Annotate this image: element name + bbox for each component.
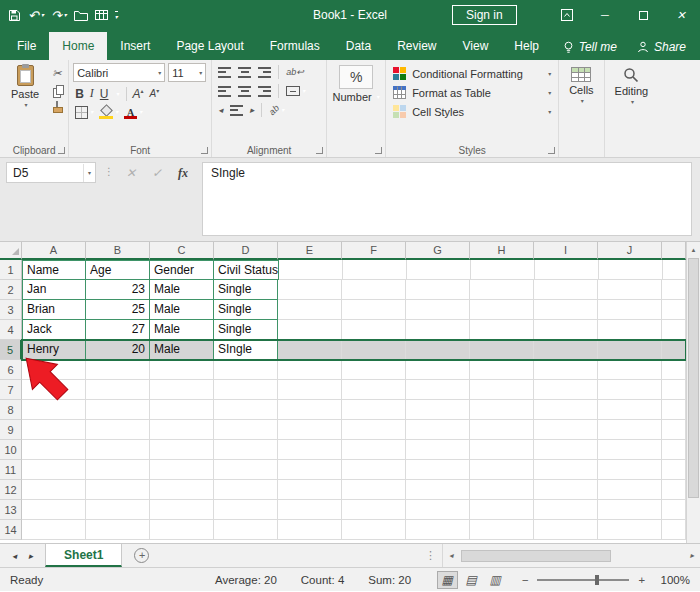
- cell-G5[interactable]: [406, 340, 470, 360]
- cell-B8[interactable]: [86, 400, 150, 420]
- cell-J5[interactable]: [598, 340, 662, 360]
- tab-page-layout[interactable]: Page Layout: [163, 32, 256, 60]
- open-button[interactable]: [74, 10, 88, 21]
- drag-handle-icon[interactable]: ⋮: [102, 162, 118, 177]
- cell-H1[interactable]: [471, 260, 535, 280]
- cell-I14[interactable]: [534, 520, 598, 540]
- cell-G12[interactable]: [406, 480, 470, 500]
- cell-F6[interactable]: [342, 360, 406, 380]
- cell-C7[interactable]: [150, 380, 214, 400]
- cell-H11[interactable]: [470, 460, 534, 480]
- cell-A14[interactable]: [22, 520, 86, 540]
- cell-B3[interactable]: 25: [86, 300, 150, 320]
- bold-button[interactable]: B: [75, 87, 84, 101]
- cell-B6[interactable]: [86, 360, 150, 380]
- cell-E6[interactable]: [278, 360, 342, 380]
- cell-E8[interactable]: [278, 400, 342, 420]
- align-top-button[interactable]: [218, 67, 231, 78]
- tab-file[interactable]: File: [4, 32, 49, 60]
- cell-J8[interactable]: [598, 400, 662, 420]
- borders-button[interactable]: ▾: [75, 106, 93, 119]
- insert-function-button[interactable]: fx: [170, 162, 196, 183]
- cell-C3[interactable]: Male: [150, 300, 214, 320]
- number-format-dropdown[interactable]: Number ▾: [333, 91, 380, 103]
- cell-B12[interactable]: [86, 480, 150, 500]
- tab-home[interactable]: Home: [49, 32, 107, 60]
- row-header-9[interactable]: 9: [0, 420, 22, 440]
- column-header-j[interactable]: J: [598, 242, 662, 260]
- cell-D14[interactable]: [214, 520, 278, 540]
- cell-H14[interactable]: [470, 520, 534, 540]
- cell-J10[interactable]: [598, 440, 662, 460]
- cell-C5[interactable]: Male: [150, 340, 214, 360]
- close-button[interactable]: ✕: [662, 0, 700, 30]
- vertical-scrollbar[interactable]: ▲: [686, 242, 700, 543]
- cell-B7[interactable]: [86, 380, 150, 400]
- increase-font-button[interactable]: A▴: [133, 87, 144, 101]
- cell-A12[interactable]: [22, 480, 86, 500]
- dialog-launcher-icon[interactable]: [375, 147, 382, 154]
- cell-D7[interactable]: [214, 380, 278, 400]
- cell-A13[interactable]: [22, 500, 86, 520]
- maximize-button[interactable]: [624, 0, 662, 30]
- cell-H7[interactable]: [470, 380, 534, 400]
- cell-I5[interactable]: [534, 340, 598, 360]
- formula-input[interactable]: SIngle: [202, 162, 692, 236]
- cell-D8[interactable]: [214, 400, 278, 420]
- cell-A4[interactable]: Jack: [22, 320, 86, 340]
- column-header-d[interactable]: D: [214, 242, 278, 260]
- cell-F10[interactable]: [342, 440, 406, 460]
- cell-D2[interactable]: Single: [214, 280, 278, 300]
- cell-C2[interactable]: Male: [150, 280, 214, 300]
- cell-G10[interactable]: [406, 440, 470, 460]
- tab-help[interactable]: Help: [501, 32, 552, 60]
- cell-H3[interactable]: [470, 300, 534, 320]
- cell-E9[interactable]: [278, 420, 342, 440]
- cell-A10[interactable]: [22, 440, 86, 460]
- cell-E13[interactable]: [278, 500, 342, 520]
- normal-view-button[interactable]: ▦: [437, 571, 458, 589]
- table-tool-button[interactable]: [95, 10, 108, 20]
- tab-formulas[interactable]: Formulas: [257, 32, 333, 60]
- cell-J4[interactable]: [598, 320, 662, 340]
- row-header-7[interactable]: 7: [0, 380, 22, 400]
- cell-F4[interactable]: [342, 320, 406, 340]
- format-as-table-button[interactable]: Format as Table ▾: [390, 83, 554, 102]
- cell-J14[interactable]: [598, 520, 662, 540]
- vertical-scroll-thumb[interactable]: [688, 258, 699, 498]
- page-layout-view-button[interactable]: ▤: [461, 571, 482, 589]
- font-size-combo[interactable]: 11 ▾: [168, 63, 206, 82]
- column-header-b[interactable]: B: [86, 242, 150, 260]
- undo-button[interactable]: ↶▾: [28, 9, 44, 22]
- cell-D11[interactable]: [214, 460, 278, 480]
- cell-F11[interactable]: [342, 460, 406, 480]
- cell-I12[interactable]: [534, 480, 598, 500]
- cell-B13[interactable]: [86, 500, 150, 520]
- increase-indent-button[interactable]: ▸: [250, 105, 255, 115]
- cell-E7[interactable]: [278, 380, 342, 400]
- paste-button[interactable]: Paste ▾: [4, 63, 46, 113]
- row-header-8[interactable]: 8: [0, 400, 22, 420]
- cell-I2[interactable]: [534, 280, 598, 300]
- cell-C12[interactable]: [150, 480, 214, 500]
- column-header-h[interactable]: H: [470, 242, 534, 260]
- tab-data[interactable]: Data: [333, 32, 384, 60]
- cell-C4[interactable]: Male: [150, 320, 214, 340]
- align-middle-button[interactable]: [238, 67, 251, 78]
- column-header-i[interactable]: I: [534, 242, 598, 260]
- cell-C14[interactable]: [150, 520, 214, 540]
- ribbon-display-options-button[interactable]: [548, 0, 586, 30]
- column-header-c[interactable]: C: [150, 242, 214, 260]
- cell-D13[interactable]: [214, 500, 278, 520]
- select-all-button[interactable]: [0, 242, 22, 260]
- cell-C9[interactable]: [150, 420, 214, 440]
- row-header-14[interactable]: 14: [0, 520, 22, 540]
- cell-G11[interactable]: [406, 460, 470, 480]
- cell-J1[interactable]: [599, 260, 663, 280]
- cell-D1[interactable]: Civil Status: [214, 260, 279, 280]
- cell-C8[interactable]: [150, 400, 214, 420]
- cell-D6[interactable]: [214, 360, 278, 380]
- cell-F1[interactable]: [343, 260, 407, 280]
- scroll-left-button[interactable]: ◂: [443, 551, 459, 560]
- cell-J12[interactable]: [598, 480, 662, 500]
